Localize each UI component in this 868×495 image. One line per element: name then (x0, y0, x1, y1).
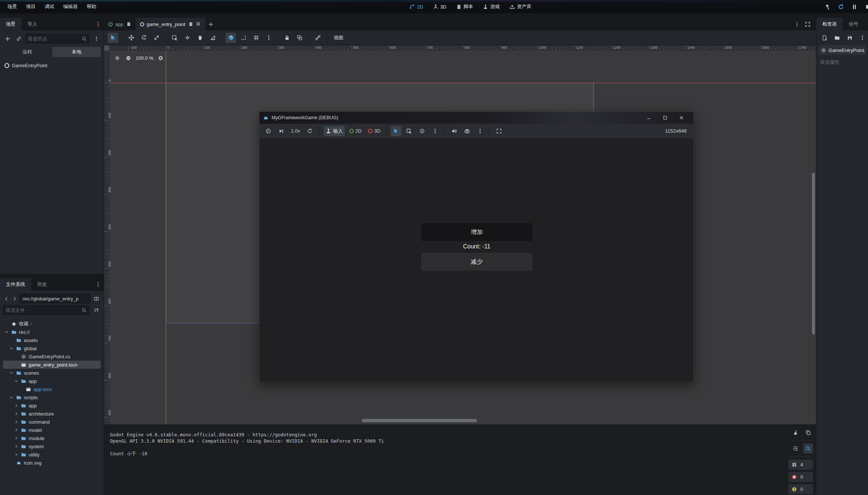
minimize-button[interactable] (641, 113, 657, 123)
tab-menu-icon[interactable] (864, 21, 866, 27)
list-select-button[interactable] (404, 126, 414, 136)
camera-menu-button[interactable] (475, 126, 485, 136)
fs-item-module[interactable]: module (3, 434, 101, 442)
fs-item-GameEntryPoint.cs[interactable]: GameEntryPoint.cs (3, 352, 101, 361)
tab-检查器[interactable]: 检查器 (816, 18, 843, 30)
grid-snap[interactable] (251, 33, 261, 43)
new-resource-button[interactable] (820, 33, 829, 42)
fs-item-game_entry_point.tscn[interactable]: game_entry_point.tscn (3, 361, 101, 369)
tab-信号[interactable]: 信号 (843, 18, 864, 30)
smart-snap[interactable] (238, 33, 249, 43)
load-resource-button[interactable] (833, 33, 842, 42)
fs-item-app.tscn[interactable]: app.tscn (3, 385, 101, 393)
viewport-canvas[interactable]: -100010020030040050060070080090010001100… (104, 45, 816, 424)
chevron-right-icon[interactable] (14, 436, 19, 440)
rotate-tool[interactable] (139, 33, 149, 43)
message-count-badge[interactable]: 4 (788, 460, 813, 470)
fs-filter-box[interactable] (3, 305, 90, 315)
scene-tree-menu-button[interactable] (92, 34, 101, 43)
fs-item-scripts[interactable]: scripts (3, 393, 101, 401)
menu-调试[interactable]: 调试 (41, 2, 58, 12)
warning-count-badge[interactable]: 0 (788, 484, 813, 494)
chevron-right-icon[interactable] (14, 411, 19, 416)
menu-项目[interactable]: 项目 (22, 2, 39, 12)
fs-sort-button[interactable] (92, 306, 101, 315)
scale-tool[interactable] (151, 33, 162, 43)
input-mode-button[interactable]: 输入 (324, 126, 345, 136)
chevron-down-icon[interactable] (9, 395, 14, 400)
fs-back-button[interactable] (3, 294, 10, 303)
mode-2d-button[interactable]: 2D (347, 126, 364, 136)
collapse-duplicates-button[interactable] (791, 444, 800, 453)
zoom-level-label[interactable]: 100.0 % (136, 55, 153, 61)
stop-button[interactable] (864, 3, 868, 11)
skeleton-options[interactable] (312, 33, 323, 43)
maximize-button[interactable] (657, 113, 673, 123)
distraction-free-icon[interactable] (804, 21, 811, 27)
fs-path-input[interactable] (23, 296, 87, 302)
workspace-2D[interactable]: 2D (407, 3, 425, 11)
menu-帮助[interactable]: 帮助 (83, 2, 100, 12)
zoom-out-button[interactable] (124, 54, 132, 62)
scene-tab-app[interactable]: app (104, 18, 136, 30)
pause-button[interactable] (850, 3, 858, 11)
chevron-down-icon[interactable] (9, 346, 14, 351)
move-tool[interactable] (126, 33, 136, 43)
scene-tree-node-gameentrypoint[interactable]: GameEntryPoint (3, 61, 101, 70)
snap-toggle[interactable] (226, 33, 236, 43)
fs-item-app[interactable]: app (3, 377, 101, 385)
fs-item-app[interactable]: app (3, 401, 101, 410)
fs-forward-button[interactable] (11, 294, 18, 303)
fs-filter-input[interactable] (6, 307, 79, 313)
tab-导入[interactable]: 导入 (22, 18, 43, 30)
increase-button[interactable]: 增加 (421, 223, 532, 241)
audio-mute-button[interactable] (449, 126, 459, 136)
pick-target-button[interactable] (417, 126, 427, 136)
tab-menu-icon[interactable] (95, 21, 101, 27)
remote-toggle[interactable]: 远程 (3, 47, 52, 57)
close-tab-icon[interactable] (196, 22, 201, 27)
build-button[interactable] (823, 3, 832, 11)
menu-场景[interactable]: 场景 (4, 2, 21, 12)
speed-label[interactable]: 1.0x (289, 126, 302, 136)
fs-item-global[interactable]: global (3, 344, 101, 352)
tab-文件系统[interactable]: 文件系统 (0, 278, 31, 291)
menu-编辑器[interactable]: 编辑器 (59, 2, 81, 12)
workspace-资产库[interactable]: 资产库 (507, 2, 534, 11)
local-toggle[interactable]: 本地 (52, 47, 101, 57)
search-output-button[interactable] (803, 444, 813, 453)
scene-tabs-menu-icon[interactable] (794, 22, 800, 27)
game-window[interactable]: MyGFrameworkGame (DEBUG) 1.0x输入2D3D1152x… (259, 111, 694, 382)
instance-scene-button[interactable] (14, 34, 23, 43)
horizontal-scrollbar[interactable] (362, 419, 477, 422)
script-icon[interactable] (94, 63, 99, 68)
zoom-in-button[interactable] (157, 54, 165, 62)
select-menu-button[interactable] (430, 126, 440, 136)
inspector-filter-box[interactable]: 筛选属性 (819, 58, 866, 67)
reload-button[interactable] (305, 126, 315, 136)
edited-object-bar[interactable]: GameEntryPoint. (819, 45, 866, 55)
output-log[interactable]: Godot Engine v4.6.stable.mono.official.8… (104, 425, 787, 495)
chevron-right-icon[interactable] (14, 444, 19, 449)
scene-filter-input[interactable] (28, 36, 79, 42)
game-window-titlebar[interactable]: MyGFrameworkGame (DEBUG) (259, 112, 693, 124)
error-count-badge[interactable]: 0 (788, 472, 813, 482)
copy-output-button[interactable] (803, 428, 813, 437)
workspace-脚本[interactable]: 脚本 (454, 2, 475, 11)
vertical-scrollbar[interactable] (812, 173, 815, 335)
view-menu[interactable]: 视图 (331, 35, 346, 41)
lock-selection[interactable] (282, 33, 292, 43)
pan-tool[interactable] (195, 33, 205, 43)
fs-item-res[interactable]: res:// (3, 328, 101, 336)
scene-tab-game_entry_point[interactable]: game_entry_point (136, 18, 205, 30)
scene-filter-box[interactable] (25, 34, 90, 43)
add-node-button[interactable] (3, 34, 12, 43)
workspace-游戏[interactable]: 游戏 (480, 2, 502, 11)
fs-item-utility[interactable]: utility (3, 450, 101, 459)
next-frame-button[interactable] (276, 126, 286, 136)
fs-path-box[interactable] (19, 294, 90, 303)
center-view-button[interactable] (113, 54, 121, 62)
suspend-button[interactable] (263, 126, 273, 136)
tab-历史[interactable]: 历史 (31, 278, 53, 291)
select-mode-button[interactable] (391, 126, 401, 136)
